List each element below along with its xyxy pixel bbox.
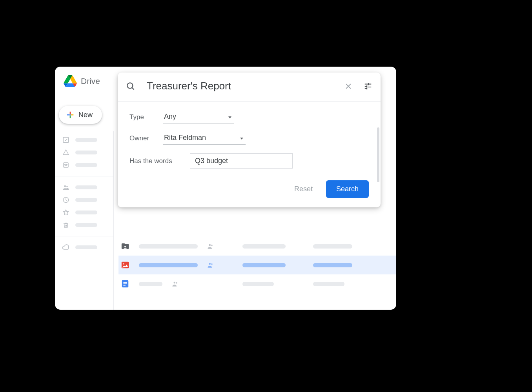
type-filter-select[interactable]: Any: [163, 111, 234, 123]
drive-logo-icon: [64, 75, 77, 87]
type-filter-label: Type: [129, 113, 163, 121]
search-bar: [118, 73, 381, 102]
svg-point-18: [174, 282, 176, 284]
search-icon: [126, 81, 136, 91]
svg-rect-22: [368, 83, 369, 85]
svg-point-12: [209, 263, 211, 265]
plus-multicolor-icon: [66, 111, 75, 119]
sidebar-item-shared-drives[interactable]: [55, 159, 113, 171]
svg-rect-15: [123, 282, 127, 283]
search-input[interactable]: [146, 80, 333, 93]
search-button[interactable]: Search: [326, 180, 369, 198]
sidebar-item-storage[interactable]: [55, 241, 113, 254]
clock-icon: [62, 196, 70, 204]
table-row[interactable]: [118, 256, 396, 274]
svg-point-7: [124, 246, 126, 247]
svg-point-11: [123, 263, 124, 265]
has-words-label: Has the words: [129, 157, 190, 165]
svg-point-19: [176, 282, 177, 284]
svg-point-2: [65, 164, 66, 165]
sidebar-item-trash[interactable]: [55, 219, 113, 231]
sidebar-item-starred[interactable]: [55, 206, 113, 219]
shared-people-icon: [207, 243, 214, 250]
svg-point-4: [64, 185, 66, 187]
svg-rect-1: [64, 163, 68, 167]
app-name: Drive: [81, 76, 100, 86]
has-words-input[interactable]: [190, 153, 293, 169]
table-row[interactable]: [118, 274, 396, 293]
svg-point-20: [127, 83, 133, 88]
sidebar-item-shared-with-me[interactable]: [55, 181, 113, 194]
table-row[interactable]: [118, 237, 396, 256]
svg-rect-16: [123, 283, 127, 284]
svg-rect-17: [123, 285, 126, 286]
sidebar: [55, 131, 114, 310]
svg-point-8: [209, 244, 211, 246]
cloud-icon: [62, 243, 70, 251]
star-icon: [62, 209, 70, 216]
new-button[interactable]: New: [59, 106, 102, 124]
drive-window: Drive New: [55, 67, 396, 310]
svg-point-5: [66, 186, 68, 187]
sidebar-item-priority[interactable]: [55, 134, 113, 146]
clear-search-button[interactable]: [344, 82, 353, 91]
priority-icon: [62, 136, 70, 144]
shared-folder-icon: [121, 242, 129, 250]
panel-scrollbar[interactable]: [377, 127, 379, 182]
shared-drives-icon: [62, 161, 70, 169]
new-button-label: New: [78, 111, 93, 119]
search-options-icon[interactable]: [363, 82, 373, 91]
svg-point-13: [211, 263, 213, 265]
svg-rect-21: [366, 87, 367, 89]
owner-filter-label: Owner: [129, 134, 163, 142]
doc-file-icon: [121, 279, 129, 288]
shared-people-icon: [172, 280, 179, 287]
advanced-search-panel: Type Any Owner Rita Feldman Has the word…: [118, 73, 381, 207]
svg-rect-23: [366, 85, 367, 87]
my-drive-icon: [62, 149, 70, 156]
file-table: [118, 237, 396, 293]
shared-people-icon: [207, 261, 214, 269]
owner-filter-select[interactable]: Rita Feldman: [163, 132, 246, 145]
image-file-icon: [121, 261, 129, 269]
sidebar-item-my-drive[interactable]: [55, 146, 113, 159]
people-icon: [62, 183, 70, 191]
sidebar-item-recent[interactable]: [55, 194, 113, 206]
svg-point-9: [211, 245, 213, 246]
reset-button[interactable]: Reset: [292, 185, 315, 194]
svg-point-3: [66, 164, 67, 165]
trash-icon: [62, 221, 70, 229]
